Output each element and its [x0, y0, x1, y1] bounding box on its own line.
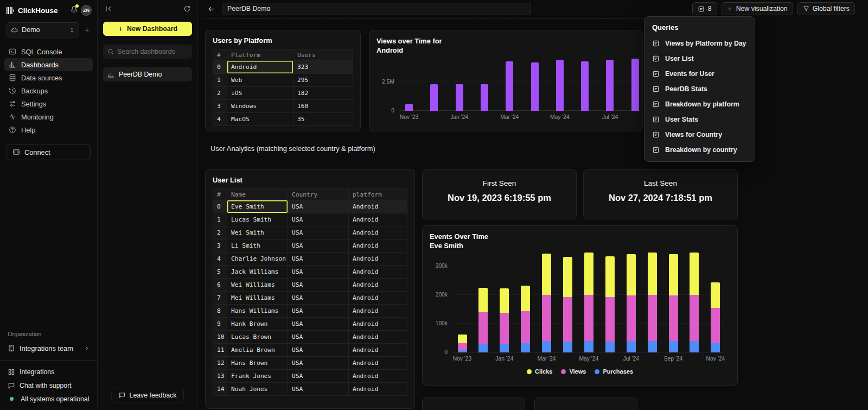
table-cell[interactable]: USA	[288, 370, 349, 383]
column-header[interactable]: #	[213, 49, 227, 61]
table-cell[interactable]: Windows	[227, 100, 293, 113]
table-cell[interactable]: Hank Brown	[227, 318, 288, 331]
legend-item[interactable]: Clicks	[527, 368, 552, 375]
table-cell[interactable]: Android	[349, 331, 407, 344]
queries-menu-item[interactable]: Events for User	[644, 66, 755, 81]
new-dashboard-button[interactable]: New Dashboard	[103, 22, 192, 36]
sidebar-item-dashboards[interactable]: Dashboards	[4, 58, 93, 71]
new-visualization-button[interactable]: New visualization	[722, 2, 793, 15]
table-cell[interactable]: MacOS	[227, 113, 293, 126]
table-cell[interactable]: 295	[293, 74, 353, 87]
table-cell[interactable]: USA	[288, 279, 349, 292]
table-cell[interactable]: USA	[288, 239, 349, 253]
sidebar-item-sql-console[interactable]: SQL Console	[4, 45, 93, 58]
table-cell[interactable]: Mei Williams	[227, 292, 288, 305]
table-cell[interactable]: Web	[227, 74, 293, 87]
table-cell[interactable]: Lucas Smith	[227, 213, 288, 226]
table-cell[interactable]: Android	[227, 61, 293, 74]
table-cell[interactable]: USA	[288, 226, 349, 239]
table-cell[interactable]: USA	[288, 213, 349, 226]
table-cell[interactable]: Wei Williams	[227, 279, 288, 292]
dashboard-title-input[interactable]	[222, 3, 531, 15]
table-cell[interactable]: Hans Brown	[227, 357, 288, 370]
integrations-item[interactable]: Integrations	[0, 365, 97, 379]
notifications-button[interactable]	[71, 6, 78, 15]
table-cell[interactable]: 35	[293, 113, 353, 126]
table-cell[interactable]: Amelia Brown	[227, 344, 288, 357]
search-dashboards-input[interactable]	[117, 48, 188, 55]
sidebar-item-monitoring[interactable]: Monitoring	[4, 110, 93, 123]
table-cell[interactable]: Wei Smith	[227, 226, 288, 239]
table-cell[interactable]: iOS	[227, 87, 293, 100]
queries-menu-item[interactable]: User Stats	[644, 112, 755, 127]
table-cell[interactable]: Charlie Johnson	[227, 253, 288, 266]
queries-count-button[interactable]: 8	[692, 2, 717, 15]
table-cell[interactable]: USA	[288, 200, 349, 213]
chat-with-support-item[interactable]: Chat with support	[0, 379, 97, 392]
table-cell[interactable]: Android	[349, 253, 407, 266]
collapse-panel-icon[interactable]	[104, 5, 112, 12]
system-status-item[interactable]: All systems operational	[0, 392, 97, 406]
column-header[interactable]: Platform	[227, 49, 293, 61]
table-cell[interactable]: 182	[293, 87, 353, 100]
table-cell[interactable]: 160	[293, 100, 353, 113]
sidebar-item-help[interactable]: Help	[4, 123, 93, 136]
table-cell[interactable]: Android	[349, 305, 407, 318]
queries-menu-item[interactable]: PeerDB Stats	[644, 81, 755, 97]
table-cell[interactable]: Noah Jones	[227, 383, 288, 396]
queries-menu-item[interactable]: Views by Platform by Day	[644, 36, 755, 51]
table-cell[interactable]: USA	[288, 292, 349, 305]
table-cell[interactable]: Android	[349, 370, 407, 383]
queries-menu-item[interactable]: Breakdown by platform	[644, 97, 755, 112]
column-header[interactable]: Country	[288, 189, 349, 200]
table-cell[interactable]: USA	[288, 318, 349, 331]
add-service-button[interactable]	[84, 27, 91, 34]
table-cell[interactable]: Android	[349, 213, 407, 226]
back-button[interactable]	[205, 2, 218, 15]
table-cell[interactable]: USA	[288, 253, 349, 266]
table-cell[interactable]: Android	[349, 226, 407, 239]
table-cell[interactable]: Hans Williams	[227, 305, 288, 318]
service-selector[interactable]: Demo	[7, 22, 79, 37]
table-cell[interactable]: Frank Jones	[227, 370, 288, 383]
column-header[interactable]: platform	[349, 189, 407, 200]
table-cell[interactable]: USA	[288, 357, 349, 370]
table-cell[interactable]: Android	[349, 266, 407, 279]
table-cell[interactable]: Android	[349, 292, 407, 305]
leave-feedback-button[interactable]: Leave feedback	[112, 388, 184, 402]
legend-item[interactable]: Purchases	[595, 368, 633, 375]
queries-menu-item[interactable]: Breakdown by country	[644, 142, 755, 157]
table-cell[interactable]: Android	[349, 200, 407, 213]
table-cell[interactable]: Li Smith	[227, 239, 288, 253]
table-cell[interactable]: USA	[288, 383, 349, 396]
refresh-icon[interactable]	[183, 5, 191, 12]
table-cell[interactable]: USA	[288, 266, 349, 279]
legend-item[interactable]: Views	[561, 368, 586, 375]
sidebar-item-backups[interactable]: Backups	[4, 84, 93, 97]
dashboard-list-item[interactable]: PeerDB Demo	[103, 67, 192, 81]
queries-menu-item[interactable]: Views for Country	[644, 127, 755, 142]
connect-button[interactable]: Connect	[7, 144, 91, 160]
table-cell[interactable]: Eve Smith	[227, 200, 288, 213]
column-header[interactable]: #	[213, 189, 227, 200]
column-header[interactable]: Users	[293, 49, 353, 61]
global-filters-button[interactable]: Global filters	[797, 2, 855, 15]
table-cell[interactable]: USA	[288, 331, 349, 344]
table-cell[interactable]: USA	[288, 305, 349, 318]
sidebar-item-settings[interactable]: Settings	[4, 97, 93, 110]
table-cell[interactable]: Jack Williams	[227, 266, 288, 279]
table-cell[interactable]: Android	[349, 383, 407, 396]
table-cell[interactable]: 323	[293, 61, 353, 74]
avatar[interactable]: ZN	[81, 5, 92, 16]
table-cell[interactable]: Android	[349, 318, 407, 331]
queries-menu-item[interactable]: User List	[644, 51, 755, 66]
column-header[interactable]: Name	[227, 189, 288, 200]
sidebar-item-data-sources[interactable]: Data sources	[4, 71, 93, 84]
table-cell[interactable]: Android	[349, 279, 407, 292]
table-cell[interactable]: USA	[288, 344, 349, 357]
table-cell[interactable]: Lucas Brown	[227, 331, 288, 344]
organization-team-item[interactable]: Integrations team	[0, 340, 97, 356]
table-cell[interactable]: Android	[349, 344, 407, 357]
table-cell[interactable]: Android	[349, 357, 407, 370]
table-cell[interactable]: Android	[349, 239, 407, 253]
